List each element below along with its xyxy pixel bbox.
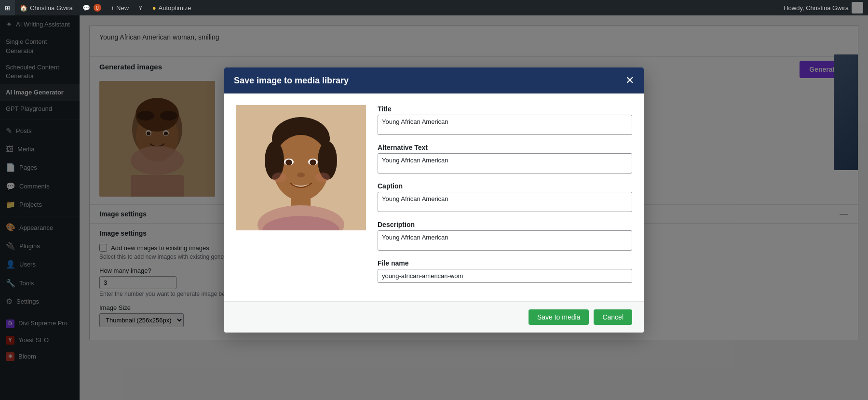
description-input[interactable] <box>378 230 632 251</box>
caption-field-group: Caption <box>378 182 632 214</box>
file-name-field-group: File name <box>378 259 632 283</box>
svg-point-21 <box>285 160 292 165</box>
circle-icon: ● <box>152 4 156 12</box>
yoast-icon[interactable]: Y <box>134 0 148 15</box>
svg-point-26 <box>272 173 286 182</box>
title-label: Title <box>378 105 632 113</box>
save-dialog: Save image to media library ✕ <box>224 67 644 333</box>
file-name-label: File name <box>378 259 632 267</box>
alt-text-label: Alternative Text <box>378 144 632 151</box>
dialog-body: Title Alternative Text Caption Descripti… <box>224 93 644 301</box>
svg-point-22 <box>310 160 316 165</box>
title-input[interactable] <box>378 115 632 135</box>
avatar <box>852 2 863 13</box>
dialog-portrait <box>236 105 366 230</box>
caption-label: Caption <box>378 182 632 190</box>
new-content[interactable]: + New <box>106 0 134 15</box>
file-name-input[interactable] <box>378 269 632 283</box>
caption-input[interactable] <box>378 192 632 212</box>
cancel-button[interactable]: Cancel <box>594 309 632 325</box>
howdy-text: Howdy, Christina Gwira <box>784 2 868 13</box>
site-name[interactable]: 🏠 Christina Gwira <box>15 0 78 15</box>
admin-bar: ⊞ 🏠 Christina Gwira 💬 0 + New Y ● Autopt… <box>0 0 868 15</box>
dialog-header: Save image to media library ✕ <box>224 67 644 93</box>
wp-icon: ⊞ <box>5 4 10 12</box>
dialog-overlay: Save image to media library ✕ <box>0 0 868 400</box>
wordpress-logo[interactable]: ⊞ <box>0 0 15 15</box>
comments-link[interactable]: 💬 0 <box>78 0 106 15</box>
alt-text-input[interactable] <box>378 153 632 173</box>
description-field-group: Description <box>378 221 632 253</box>
svg-point-27 <box>315 173 330 182</box>
dialog-close-button[interactable]: ✕ <box>625 75 634 86</box>
dialog-portrait-svg <box>236 105 366 230</box>
save-to-media-button[interactable]: Save to media <box>529 309 589 325</box>
description-label: Description <box>378 221 632 228</box>
comment-icon: 💬 <box>82 4 90 12</box>
home-icon: 🏠 <box>20 4 27 12</box>
title-field-group: Title <box>378 105 632 137</box>
svg-point-23 <box>297 173 305 177</box>
dialog-title: Save image to media library <box>234 76 349 86</box>
alt-text-field-group: Alternative Text <box>378 144 632 175</box>
dialog-footer: Save to media Cancel <box>224 301 644 333</box>
autoptimize[interactable]: ● Autoptimize <box>148 0 196 15</box>
dialog-fields: Title Alternative Text Caption Descripti… <box>378 105 632 290</box>
